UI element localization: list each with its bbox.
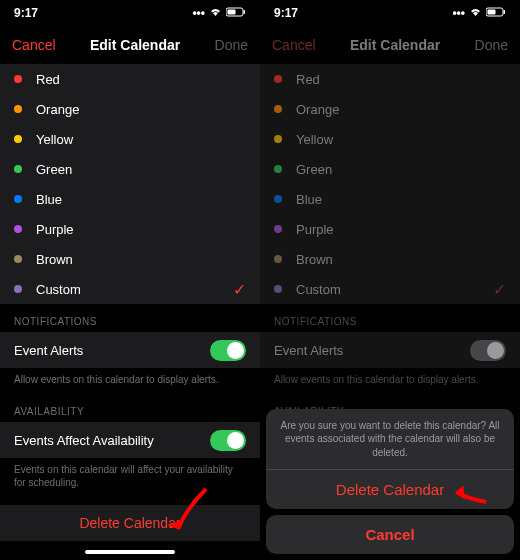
color-label: Blue: [296, 192, 506, 207]
color-label: Red: [296, 72, 506, 87]
color-dot-icon: [14, 165, 22, 173]
color-label: Brown: [36, 252, 246, 267]
color-row-purple[interactable]: Purple: [260, 214, 520, 244]
color-dot-icon: [14, 105, 22, 113]
section-header-availability: AVAILABILITY: [0, 394, 260, 422]
checkmark-icon: ✓: [493, 280, 506, 299]
color-list: RedOrangeYellowGreenBluePurpleBrownCusto…: [0, 64, 260, 304]
color-dot-icon: [274, 135, 282, 143]
event-alerts-toggle[interactable]: [210, 340, 246, 361]
action-sheet-cancel-button[interactable]: Cancel: [266, 515, 514, 554]
color-dot-icon: [274, 285, 282, 293]
color-label: Green: [296, 162, 506, 177]
status-indicators: •••: [192, 6, 246, 20]
color-row-brown[interactable]: Brown: [0, 244, 260, 274]
event-alerts-desc: Allow events on this calendar to display…: [260, 368, 520, 394]
svg-rect-4: [488, 10, 496, 15]
color-label: Custom: [296, 282, 493, 297]
wifi-icon: [469, 6, 482, 20]
color-dot-icon: [14, 225, 22, 233]
delete-calendar-button[interactable]: Delete Calendar: [0, 505, 260, 541]
nav-bar: Cancel Edit Calendar Done: [0, 26, 260, 64]
color-row-yellow[interactable]: Yellow: [0, 124, 260, 154]
done-button[interactable]: Done: [215, 37, 248, 53]
color-label: Orange: [296, 102, 506, 117]
events-affect-toggle[interactable]: [210, 430, 246, 451]
action-sheet-message: Are you sure you want to delete this cal…: [266, 409, 514, 471]
color-label: Green: [36, 162, 246, 177]
color-dot-icon: [274, 255, 282, 263]
svg-rect-1: [228, 10, 236, 15]
color-dot-icon: [14, 75, 22, 83]
color-label: Brown: [296, 252, 506, 267]
section-header-notifications: NOTIFICATIONS: [0, 304, 260, 332]
checkmark-icon: ✓: [233, 280, 246, 299]
color-dot-icon: [274, 195, 282, 203]
svg-rect-2: [244, 10, 246, 14]
home-indicator[interactable]: [85, 550, 175, 554]
signal-icon: •••: [452, 6, 465, 20]
nav-bar: Cancel Edit Calendar Done: [260, 26, 520, 64]
color-row-custom[interactable]: Custom✓: [260, 274, 520, 304]
action-sheet-top: Are you sure you want to delete this cal…: [266, 409, 514, 510]
signal-icon: •••: [192, 6, 205, 20]
event-alerts-row[interactable]: Event Alerts: [260, 332, 520, 368]
color-row-red[interactable]: Red: [0, 64, 260, 94]
battery-icon: [226, 6, 246, 20]
wifi-icon: [209, 6, 222, 20]
screenshot-right: 9:17 ••• Cancel Edit Calendar Done RedOr…: [260, 0, 520, 560]
status-indicators: •••: [452, 6, 506, 20]
color-label: Yellow: [36, 132, 246, 147]
status-time: 9:17: [14, 6, 38, 20]
event-alerts-toggle[interactable]: [470, 340, 506, 361]
color-dot-icon: [274, 165, 282, 173]
section-header-notifications: NOTIFICATIONS: [260, 304, 520, 332]
color-label: Purple: [296, 222, 506, 237]
page-title: Edit Calendar: [350, 37, 440, 53]
events-affect-label: Events Affect Availability: [14, 433, 154, 448]
color-row-green[interactable]: Green: [260, 154, 520, 184]
battery-icon: [486, 6, 506, 20]
color-list: RedOrangeYellowGreenBluePurpleBrownCusto…: [260, 64, 520, 304]
color-dot-icon: [14, 195, 22, 203]
action-sheet: Are you sure you want to delete this cal…: [266, 409, 514, 555]
status-bar: 9:17 •••: [0, 0, 260, 26]
content: RedOrangeYellowGreenBluePurpleBrownCusto…: [0, 64, 260, 560]
color-row-orange[interactable]: Orange: [260, 94, 520, 124]
done-button[interactable]: Done: [475, 37, 508, 53]
color-label: Red: [36, 72, 246, 87]
event-alerts-label: Event Alerts: [14, 343, 83, 358]
color-label: Yellow: [296, 132, 506, 147]
color-dot-icon: [274, 105, 282, 113]
color-row-blue[interactable]: Blue: [260, 184, 520, 214]
color-label: Custom: [36, 282, 233, 297]
events-affect-row[interactable]: Events Affect Availability: [0, 422, 260, 458]
cancel-button[interactable]: Cancel: [272, 37, 316, 53]
events-affect-desc: Events on this calendar will affect your…: [0, 458, 260, 497]
delete-calendar-label: Delete Calendar: [79, 515, 180, 531]
page-title: Edit Calendar: [90, 37, 180, 53]
color-dot-icon: [14, 135, 22, 143]
event-alerts-label: Event Alerts: [274, 343, 343, 358]
color-label: Blue: [36, 192, 246, 207]
color-row-yellow[interactable]: Yellow: [260, 124, 520, 154]
color-row-purple[interactable]: Purple: [0, 214, 260, 244]
color-row-brown[interactable]: Brown: [260, 244, 520, 274]
color-row-green[interactable]: Green: [0, 154, 260, 184]
cancel-button[interactable]: Cancel: [12, 37, 56, 53]
screenshot-left: 9:17 ••• Cancel Edit Calendar Done RedOr…: [0, 0, 260, 560]
svg-rect-5: [504, 10, 506, 14]
color-label: Purple: [36, 222, 246, 237]
color-dot-icon: [14, 255, 22, 263]
color-dot-icon: [274, 225, 282, 233]
color-row-orange[interactable]: Orange: [0, 94, 260, 124]
delete-calendar-confirm-button[interactable]: Delete Calendar: [266, 470, 514, 509]
content: RedOrangeYellowGreenBluePurpleBrownCusto…: [260, 64, 520, 560]
status-bar: 9:17 •••: [260, 0, 520, 26]
color-dot-icon: [274, 75, 282, 83]
color-row-red[interactable]: Red: [260, 64, 520, 94]
status-time: 9:17: [274, 6, 298, 20]
color-row-custom[interactable]: Custom✓: [0, 274, 260, 304]
color-row-blue[interactable]: Blue: [0, 184, 260, 214]
event-alerts-row[interactable]: Event Alerts: [0, 332, 260, 368]
